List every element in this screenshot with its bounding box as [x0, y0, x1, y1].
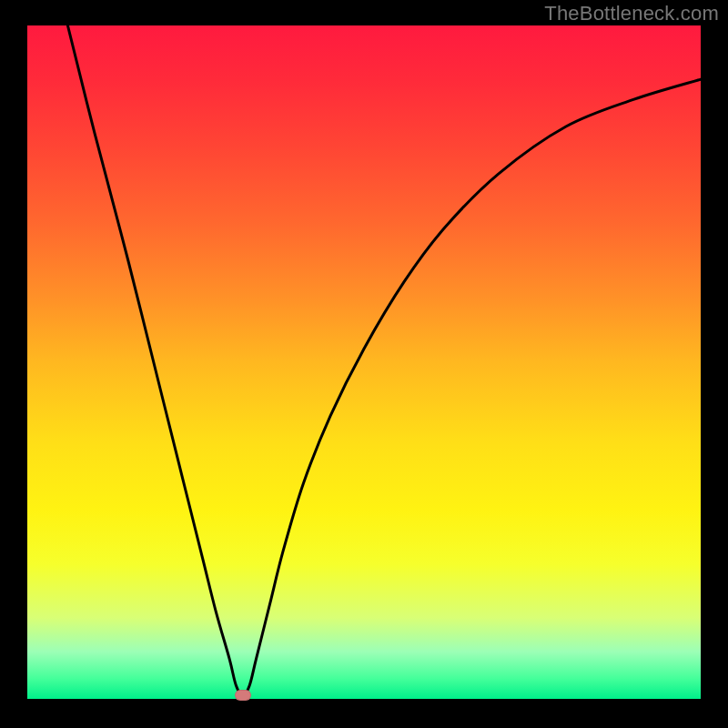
plot-area — [27, 25, 701, 699]
chart-frame: TheBottleneck.com — [0, 0, 728, 728]
curve-svg — [27, 25, 701, 699]
watermark-text: TheBottleneck.com — [544, 2, 719, 25]
bottleneck-curve — [67, 25, 701, 695]
optimum-marker — [235, 690, 251, 701]
